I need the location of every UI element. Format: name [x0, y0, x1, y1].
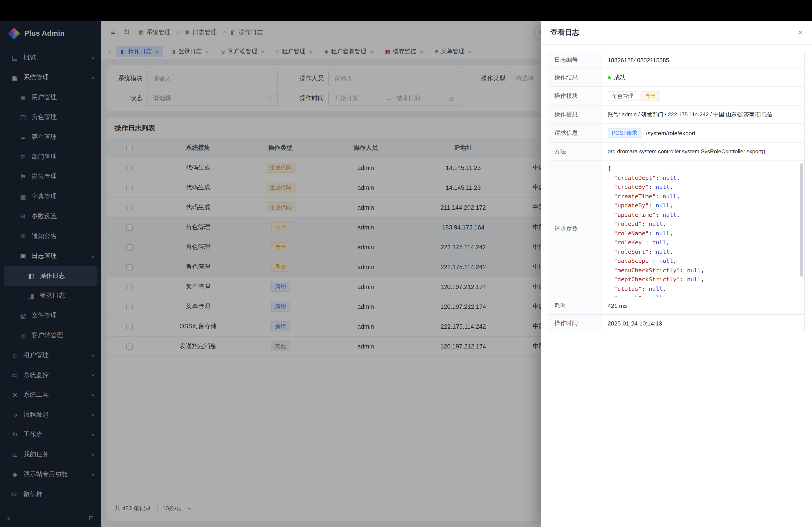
field-info-label: 操作信息 [549, 106, 602, 123]
field-time-value: 2025-01-24 10:14:13 [602, 314, 804, 332]
json-value: null [649, 285, 663, 292]
json-entry: updateBy: null, [608, 201, 799, 210]
json-value: null [656, 248, 670, 255]
json-key: updateTime [614, 211, 656, 218]
json-value: null [656, 183, 670, 190]
json-key: deptCheckStrictly [614, 276, 680, 283]
json-value: null [687, 276, 701, 283]
json-key: roleSort [614, 248, 649, 255]
field-result-label: 操作结果 [549, 69, 602, 86]
drawer-body: 日志编号 1882612840802115585 操作结果 成功 操作模块 角色… [541, 45, 812, 338]
field-log-id-value: 1882612840802115585 [602, 51, 804, 69]
json-key: createBy [614, 183, 649, 190]
field-time-label: 操作时间 [549, 314, 602, 332]
json-value: null [663, 193, 677, 199]
field-request: 请求信息 POST请求 /system/role/export [549, 123, 804, 143]
field-module-value: 角色管理导出 [602, 86, 804, 106]
json-entry: createBy: null, [608, 183, 799, 192]
json-entry: status: null, [608, 284, 799, 293]
field-info-value: 账号: admin / 研发部门 / 222.175.114.242 / 中国|… [602, 106, 804, 123]
json-value: null [649, 295, 663, 297]
field-module: 操作模块 角色管理导出 [549, 86, 804, 106]
json-entries: createDept: null, createBy: null, create… [608, 174, 799, 297]
drawer-title: 查看日志 [550, 28, 579, 37]
json-entry: roleSort: null, [608, 247, 799, 257]
request-params-json[interactable]: { createDept: null, createBy: null, crea… [602, 161, 804, 297]
json-value: null [656, 202, 670, 209]
json-key: dataScope [614, 257, 652, 264]
field-log-id: 日志编号 1882612840802115585 [549, 51, 804, 69]
json-key: updateBy [614, 202, 649, 209]
json-key: roleName [614, 230, 649, 237]
json-key: createDept [614, 174, 656, 181]
field-method: 方法 org.dromara.system.controller.system.… [549, 143, 804, 160]
json-key: remark [614, 295, 642, 297]
json-key: status [614, 285, 642, 292]
json-key: roleId [614, 221, 642, 227]
field-request-value: POST请求 /system/role/export [602, 123, 804, 143]
json-value: null [659, 257, 673, 264]
json-entry: createTime: null, [608, 192, 799, 201]
json-entry: roleName: null, [608, 229, 799, 238]
field-log-id-label: 日志编号 [549, 51, 602, 69]
close-icon[interactable]: × [798, 28, 803, 37]
top-black-strip [0, 0, 812, 21]
field-result: 操作结果 成功 [549, 69, 804, 86]
log-detail-table: 日志编号 1882612840802115585 操作结果 成功 操作模块 角色… [549, 51, 805, 332]
json-entry: roleId: null, [608, 220, 799, 229]
json-value: null [652, 239, 666, 246]
field-params-value: { createDept: null, createBy: null, crea… [602, 160, 804, 297]
http-method-tag: POST请求 [608, 128, 641, 138]
json-entry: roleKey: null, [608, 238, 799, 247]
module-tag: 角色管理 [608, 91, 637, 101]
json-key: roleKey [614, 239, 645, 246]
request-url: /system/role/export [646, 130, 695, 136]
drawer-header: 查看日志 × [541, 21, 812, 45]
json-value: null [663, 174, 677, 181]
field-params-label: 请求参数 [549, 160, 602, 297]
json-entry: createDept: null, [608, 174, 799, 183]
json-key: createTime [614, 193, 656, 199]
json-entry: updateTime: null, [608, 210, 799, 220]
screen: Plus Admin ▤ 概览 ∨ ▦ 系统管理 ∧ [0, 0, 812, 527]
field-duration: 耗时 421 ms [549, 297, 804, 314]
json-value: null [687, 267, 701, 273]
status-badge: 成功 [614, 74, 626, 81]
json-entry: deptCheckStrictly: null, [608, 275, 799, 284]
field-method-label: 方法 [549, 143, 602, 160]
view-log-drawer: 查看日志 × 日志编号 1882612840802115585 操作结果 成功 [541, 21, 812, 527]
json-entry: menuCheckStrictly: null, [608, 266, 799, 275]
field-time: 操作时间 2025-01-24 10:14:13 [549, 314, 804, 332]
field-request-label: 请求信息 [549, 123, 602, 143]
json-open-brace: { [608, 164, 799, 174]
json-entry: remark: null, [608, 293, 799, 297]
json-value: null [656, 230, 670, 237]
field-duration-value: 421 ms [602, 297, 804, 314]
json-value: null [649, 221, 663, 227]
field-duration-label: 耗时 [549, 297, 602, 314]
field-method-value: org.dromara.system.controller.system.Sys… [602, 143, 804, 160]
success-status-icon [608, 76, 611, 79]
json-entry: dataScope: null, [608, 257, 799, 266]
action-tag: 导出 [641, 91, 660, 101]
field-module-label: 操作模块 [549, 86, 602, 106]
json-key: menuCheckStrictly [614, 267, 680, 273]
field-params: 请求参数 { createDept: null, createBy: null, [549, 160, 804, 297]
scrollbar-thumb[interactable] [800, 163, 803, 277]
json-value: null [663, 211, 677, 218]
app-window: Plus Admin ▤ 概览 ∨ ▦ 系统管理 ∧ [0, 21, 812, 527]
field-info: 操作信息 账号: admin / 研发部门 / 222.175.114.242 … [549, 106, 804, 123]
field-result-value: 成功 [602, 69, 804, 86]
